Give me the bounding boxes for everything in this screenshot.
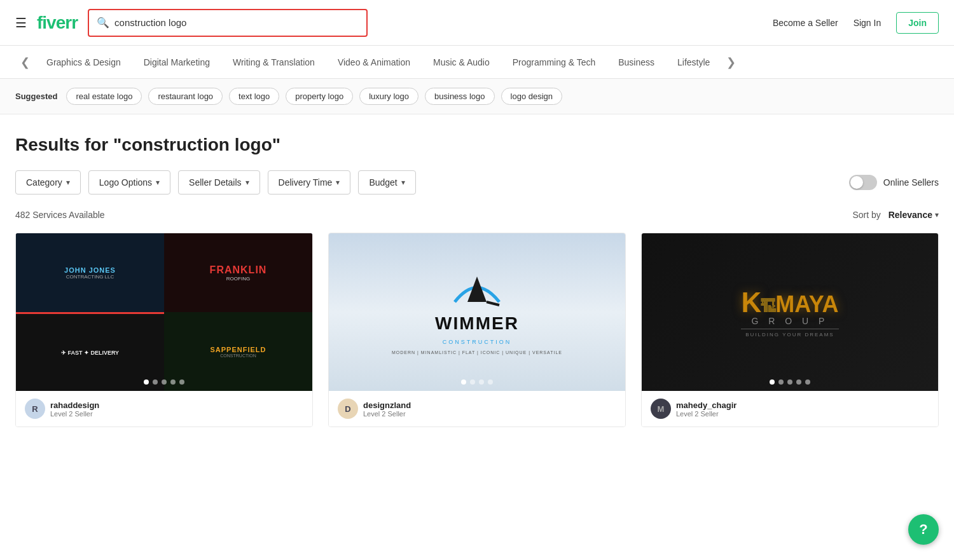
filter-logo-options[interactable]: Logo Options ▾ <box>88 170 170 195</box>
card-3-dots <box>770 379 810 385</box>
header: ☰ fiverr 🔍 Become a Seller Sign In Join <box>0 0 954 46</box>
cat-prev-arrow[interactable]: ❮ <box>15 55 35 69</box>
card-2-subtitle: CONSTRUCTION <box>443 339 512 345</box>
card-2-logo-svg <box>448 270 506 308</box>
online-sellers-label: Online Sellers <box>883 177 939 188</box>
card-3-image: K 🏗 MAYA G R O U P BUILDING YOUR DREAMS <box>642 233 938 391</box>
card-2-footer: D designzland Level 2 Seller <box>329 391 625 427</box>
search-icon: 🔍 <box>97 17 109 29</box>
card-1-footer: R rahaddesign Level 2 Seller <box>16 391 312 427</box>
card-3-k: K <box>741 287 761 318</box>
card-2-tags: MODERN | MINAMLISTIC | FLAT | ICONIC | U… <box>392 350 562 355</box>
cards-grid: JOHN JONES CONTRACTING LLC FRANKLIN ROOF… <box>15 233 939 427</box>
cat-item-graphics[interactable]: Graphics & Design <box>35 46 132 79</box>
filter-budget-label: Budget <box>369 177 397 188</box>
card-3[interactable]: K 🏗 MAYA G R O U P BUILDING YOUR DREAMS <box>641 233 939 427</box>
results-title: Results for "construction logo" <box>15 135 939 155</box>
online-sellers-wrap: Online Sellers <box>849 175 939 190</box>
filter-seller-details-chevron: ▾ <box>245 178 249 187</box>
suggested-label: Suggested <box>15 92 57 101</box>
results-count: 482 Services Available <box>15 210 105 220</box>
menu-icon[interactable]: ☰ <box>15 15 27 31</box>
card-3-seller-info: mahedy_chagir Level 2 Seller <box>676 400 736 418</box>
cat-item-business[interactable]: Business <box>607 46 666 79</box>
filter-category[interactable]: Category ▾ <box>15 170 81 195</box>
card-2-seller-level: Level 2 Seller <box>363 410 411 418</box>
suggested-row: Suggested real estate logo restaurant lo… <box>0 79 954 114</box>
main-content: Results for "construction logo" Category… <box>0 114 954 427</box>
search-box: 🔍 <box>88 9 368 37</box>
suggested-tag-text[interactable]: text logo <box>229 88 279 105</box>
card-3-maya: MAYA <box>775 291 838 318</box>
card-3-tagline: BUILDING YOUR DREAMS <box>741 329 838 338</box>
suggested-tag-property[interactable]: property logo <box>286 88 353 105</box>
filter-budget-chevron: ▾ <box>401 178 405 187</box>
card-2-seller-name: designzland <box>363 400 411 410</box>
sort-chevron: ▾ <box>935 210 939 219</box>
join-button[interactable]: Join <box>896 12 939 34</box>
filter-delivery-time-chevron: ▾ <box>336 178 340 187</box>
card-2-seller-info: designzland Level 2 Seller <box>363 400 411 418</box>
suggested-tag-luxury[interactable]: luxury logo <box>359 88 418 105</box>
cat-item-music[interactable]: Music & Audio <box>422 46 501 79</box>
card-3-house: 🏗 <box>760 297 777 317</box>
card-3-seller-level: Level 2 Seller <box>676 410 736 418</box>
card-1-seller-row: R rahaddesign Level 2 Seller <box>25 399 303 419</box>
filters-row: Category ▾ Logo Options ▾ Seller Details… <box>15 170 939 195</box>
suggested-tag-restaurant[interactable]: restaurant logo <box>148 88 223 105</box>
cat-item-digital[interactable]: Digital Marketing <box>132 46 221 79</box>
card-3-avatar: M <box>651 399 671 419</box>
cat-item-video[interactable]: Video & Animation <box>326 46 422 79</box>
filter-budget[interactable]: Budget ▾ <box>358 170 415 195</box>
card-2-dots <box>461 379 493 385</box>
logo[interactable]: fiverr <box>37 13 78 33</box>
filter-logo-options-label: Logo Options <box>99 177 152 188</box>
results-meta: 482 Services Available Sort by Relevance… <box>15 210 939 220</box>
cat-next-arrow[interactable]: ❯ <box>721 55 741 69</box>
category-nav: ❮ Graphics & Design Digital Marketing Wr… <box>0 46 954 79</box>
svg-line-0 <box>487 302 499 305</box>
suggested-tag-business[interactable]: business logo <box>425 88 495 105</box>
sign-in-link[interactable]: Sign In <box>854 18 881 28</box>
card-2-title: WIMMER <box>435 313 519 334</box>
sort-dropdown[interactable]: Sort by Relevance ▾ <box>852 210 939 220</box>
card-1-image: JOHN JONES CONTRACTING LLC FRANKLIN ROOF… <box>16 233 312 391</box>
online-sellers-toggle[interactable] <box>849 175 877 190</box>
card-2[interactable]: WIMMER CONSTRUCTION MODERN | MINAMLISTIC… <box>328 233 626 427</box>
suggested-tag-real-estate[interactable]: real estate logo <box>66 88 142 105</box>
card-2-seller-row: D designzland Level 2 Seller <box>338 399 616 419</box>
sort-prefix: Sort by <box>852 210 880 220</box>
card-1-avatar: R <box>25 399 45 419</box>
card-3-group: G R O U P <box>741 316 838 326</box>
filter-category-label: Category <box>26 177 62 188</box>
search-input[interactable] <box>114 17 359 28</box>
filter-seller-details[interactable]: Seller Details ▾ <box>178 170 259 195</box>
filter-delivery-time[interactable]: Delivery Time ▾ <box>268 170 351 195</box>
filter-seller-details-label: Seller Details <box>189 177 241 188</box>
card-3-seller-row: M mahedy_chagir Level 2 Seller <box>651 399 929 419</box>
sort-value: Relevance <box>888 210 932 220</box>
card-1-dots <box>144 379 184 385</box>
card-1[interactable]: JOHN JONES CONTRACTING LLC FRANKLIN ROOF… <box>15 233 313 427</box>
card-3-seller-name: mahedy_chagir <box>676 400 736 410</box>
filter-logo-options-chevron: ▾ <box>156 178 160 187</box>
toggle-knob <box>850 176 863 189</box>
card-1-seller-name: rahaddesign <box>50 400 99 410</box>
become-seller-link[interactable]: Become a Seller <box>773 18 838 28</box>
filter-delivery-time-label: Delivery Time <box>279 177 333 188</box>
card-1-seller-info: rahaddesign Level 2 Seller <box>50 400 99 418</box>
cat-item-programming[interactable]: Programming & Tech <box>501 46 607 79</box>
card-2-avatar: D <box>338 399 358 419</box>
cat-item-lifestyle[interactable]: Lifestyle <box>666 46 721 79</box>
cat-item-writing[interactable]: Writing & Translation <box>221 46 326 79</box>
header-nav: Become a Seller Sign In Join <box>773 12 939 34</box>
card-1-seller-level: Level 2 Seller <box>50 410 99 418</box>
card-3-footer: M mahedy_chagir Level 2 Seller <box>642 391 938 427</box>
card-2-image: WIMMER CONSTRUCTION MODERN | MINAMLISTIC… <box>329 233 625 391</box>
filter-category-chevron: ▾ <box>66 178 70 187</box>
suggested-tag-logo-design[interactable]: logo design <box>501 88 563 105</box>
